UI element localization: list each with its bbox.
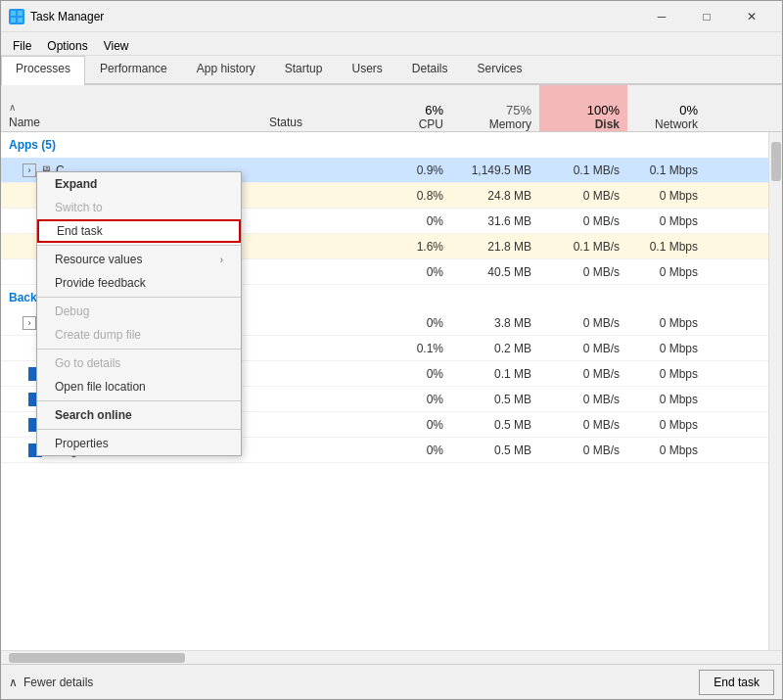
tab-services[interactable]: Services <box>463 56 537 85</box>
row-memory-cell: 1,149.5 MB <box>451 163 539 177</box>
vertical-scrollbar[interactable] <box>768 132 782 650</box>
ctx-separator-3 <box>37 349 241 350</box>
ctx-resource-values[interactable]: Resource values › <box>37 248 241 271</box>
scrollbar-thumb[interactable] <box>771 142 781 181</box>
cpu-col-label: CPU <box>419 117 443 131</box>
app-icon <box>9 9 24 24</box>
ctx-separator-5 <box>37 429 241 430</box>
row-cpu-cell: 0% <box>383 316 451 330</box>
network-metric: 0% <box>679 103 698 117</box>
row-disk-cell: 0 MB/s <box>539 367 627 381</box>
fewer-details-button[interactable]: ∧ Fewer details <box>9 676 93 689</box>
row-disk-cell: 0 MB/s <box>539 316 627 330</box>
ctx-end-task[interactable]: End task <box>37 219 241 243</box>
row-disk-cell: 0 MB/s <box>539 265 627 279</box>
col-memory-header[interactable]: 75% Memory <box>451 85 539 131</box>
horizontal-scrollbar[interactable] <box>1 650 782 664</box>
window-title: Task Manager <box>30 10 104 23</box>
row-memory-cell: 40.5 MB <box>451 265 539 279</box>
col-name-header[interactable]: ∧ Name <box>1 85 265 131</box>
disk-col-label: Disk <box>595 117 620 131</box>
row-memory-cell: 31.6 MB <box>451 214 539 228</box>
col-network-header[interactable]: 0% Network <box>627 85 706 131</box>
row-cpu-cell: 0% <box>383 443 451 457</box>
row-memory-cell: 24.8 MB <box>451 189 539 203</box>
scrollbar-h-track <box>9 653 774 663</box>
row-disk-cell: 0.1 MB/s <box>539 163 627 177</box>
ctx-switch-to[interactable]: Switch to <box>37 196 241 219</box>
bottom-bar: ∧ Fewer details End task <box>1 664 782 699</box>
expand-icon[interactable]: › <box>23 316 36 330</box>
menu-view[interactable]: View <box>96 34 137 53</box>
svg-rect-0 <box>11 11 16 16</box>
name-col-label: Name <box>9 116 257 129</box>
ctx-go-to-details[interactable]: Go to details <box>37 351 241 375</box>
ctx-open-file-location[interactable]: Open file location <box>37 375 241 398</box>
ctx-provide-feedback[interactable]: Provide feedback <box>37 271 241 295</box>
row-network-cell: 0 Mbps <box>627 316 706 330</box>
row-disk-cell: 0 MB/s <box>539 189 627 203</box>
ctx-separator-1 <box>37 245 241 246</box>
ctx-search-online[interactable]: Search online <box>37 403 241 427</box>
task-manager-window: Task Manager ─ □ ✕ File Options View Pro… <box>0 0 783 700</box>
row-cpu-cell: 0% <box>383 214 451 228</box>
end-task-button[interactable]: End task <box>699 670 774 695</box>
row-cpu-cell: 0% <box>383 367 451 381</box>
row-memory-cell: 3.8 MB <box>451 316 539 330</box>
col-status-header[interactable]: Status <box>265 85 383 131</box>
row-network-cell: 0 Mbps <box>627 418 706 432</box>
context-menu: Expand Switch to End task Resource value… <box>36 171 242 456</box>
row-memory-cell: 21.8 MB <box>451 240 539 254</box>
row-disk-cell: 0 MB/s <box>539 214 627 228</box>
menu-options[interactable]: Options <box>39 34 95 53</box>
ctx-create-dump[interactable]: Create dump file <box>37 323 241 347</box>
maximize-button[interactable]: □ <box>684 3 729 30</box>
svg-rect-2 <box>11 18 16 23</box>
col-cpu-header[interactable]: 6% CPU <box>383 85 451 131</box>
ctx-debug[interactable]: Debug <box>37 300 241 323</box>
tab-app-history[interactable]: App history <box>182 56 270 85</box>
tab-users[interactable]: Users <box>337 56 396 85</box>
row-network-cell: 0.1 Mbps <box>627 240 706 254</box>
column-headers: ∧ Name Status 6% CPU 75% Memory 100% Dis… <box>1 85 782 132</box>
row-disk-cell: 0 MB/s <box>539 393 627 406</box>
row-cpu-cell: 0.9% <box>383 163 451 177</box>
apps-section-label: Apps (5) <box>1 132 782 158</box>
row-network-cell: 0 Mbps <box>627 443 706 457</box>
ctx-properties[interactable]: Properties <box>37 432 241 455</box>
menu-file[interactable]: File <box>5 34 39 53</box>
submenu-arrow-icon: › <box>220 255 223 265</box>
row-memory-cell: 0.5 MB <box>451 393 539 406</box>
expand-icon[interactable]: › <box>23 163 36 177</box>
row-cpu-cell: 1.6% <box>383 240 451 254</box>
tab-startup[interactable]: Startup <box>270 56 338 85</box>
tab-processes[interactable]: Processes <box>1 56 85 85</box>
memory-metric: 75% <box>506 103 531 117</box>
row-cpu-cell: 0% <box>383 265 451 279</box>
memory-col-label: Memory <box>489 117 531 131</box>
row-disk-cell: 0.1 MB/s <box>539 240 627 254</box>
scrollbar-h-thumb[interactable] <box>9 653 185 663</box>
fewer-details-label: Fewer details <box>23 676 93 689</box>
row-network-cell: 0 Mbps <box>627 367 706 381</box>
tab-performance[interactable]: Performance <box>85 56 182 85</box>
row-network-cell: 0 Mbps <box>627 189 706 203</box>
row-network-cell: 0 Mbps <box>627 342 706 355</box>
collapse-icon: ∧ <box>9 676 18 689</box>
disk-metric: 100% <box>587 103 620 117</box>
row-network-cell: 0 Mbps <box>627 393 706 406</box>
cpu-metric: 6% <box>425 103 443 117</box>
tab-details[interactable]: Details <box>397 56 463 85</box>
title-bar: Task Manager ─ □ ✕ <box>1 1 782 32</box>
row-memory-cell: 0.5 MB <box>451 418 539 432</box>
col-disk-header[interactable]: 100% Disk <box>539 85 627 131</box>
title-bar-left: Task Manager <box>9 9 104 24</box>
ctx-separator-2 <box>37 297 241 298</box>
minimize-button[interactable]: ─ <box>639 3 684 30</box>
sort-arrow-icon: ∧ <box>9 98 257 116</box>
close-button[interactable]: ✕ <box>729 3 774 30</box>
network-col-label: Network <box>655 117 698 131</box>
row-memory-cell: 0.1 MB <box>451 367 539 381</box>
content-area: Apps (5) › 🖥 C 0.9% 1,149.5 MB 0.1 MB/s … <box>1 132 782 650</box>
ctx-expand[interactable]: Expand <box>37 172 241 196</box>
